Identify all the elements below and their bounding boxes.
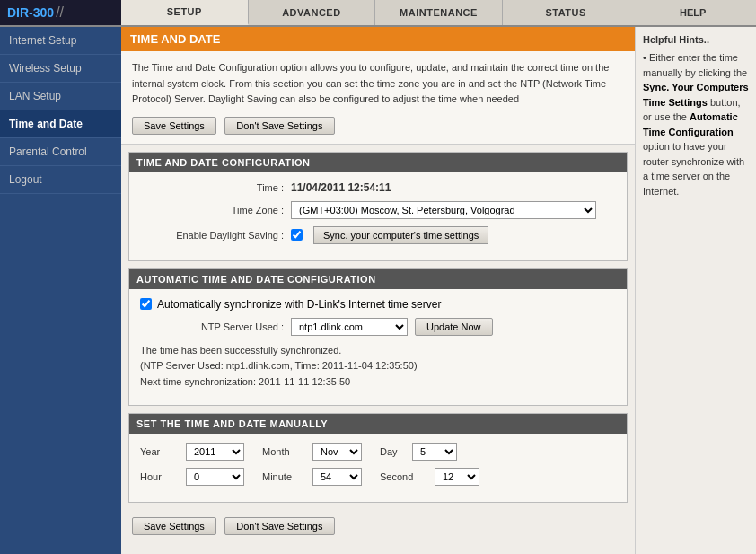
auto-sync-checkbox[interactable] xyxy=(140,298,152,310)
month-label: Month xyxy=(262,446,307,457)
second-label: Second xyxy=(380,471,429,482)
timezone-label: Time Zone : xyxy=(140,205,284,215)
main-content: TIME AND DATE The Time and Date Configur… xyxy=(121,27,635,554)
second-group: Second 12 xyxy=(380,468,479,486)
year-label: Year xyxy=(140,446,180,457)
sidebar-item-wireless-setup[interactable]: Wireless Setup xyxy=(0,55,121,83)
status-line2: (NTP Server Used: ntp1.dlink.com, Time: … xyxy=(140,358,616,374)
timezone-select[interactable]: (GMT+03:00) Moscow, St. Petersburg, Volg… xyxy=(291,201,596,219)
sidebar-item-parental-control[interactable]: Parental Control xyxy=(0,138,121,166)
sidebar: Internet Setup Wireless Setup LAN Setup … xyxy=(0,27,121,554)
hour-label: Hour xyxy=(140,471,180,482)
nav-tab-advanced[interactable]: ADVANCED xyxy=(249,0,376,25)
help-panel: Helpful Hints.. • Either enter the time … xyxy=(635,27,756,554)
manual-config-section: SET THE TIME AND DATE MANUALLY Year 2011… xyxy=(128,413,628,503)
sidebar-item-lan-setup[interactable]: LAN Setup xyxy=(0,83,121,110)
intro-section: The Time and Date Configuration option a… xyxy=(121,51,635,145)
logo-slash: // xyxy=(56,4,64,21)
ntp-server-select[interactable]: ntp1.dlink.com xyxy=(291,318,408,336)
update-now-button[interactable]: Update Now xyxy=(415,318,493,336)
sidebar-item-logout[interactable]: Logout xyxy=(0,166,121,194)
save-settings-button-top[interactable]: Save Settings xyxy=(132,117,216,135)
minute-label: Minute xyxy=(262,471,307,482)
hour-group: Hour 0 xyxy=(140,468,244,486)
nav-tab-help[interactable]: HELP xyxy=(629,0,756,25)
sync-computer-settings-button[interactable]: Sync. your computer's time settings xyxy=(313,226,488,244)
minute-select[interactable]: 54 xyxy=(312,468,362,486)
daylight-label: Enable Daylight Saving : xyxy=(140,230,284,241)
day-label: Day xyxy=(380,446,407,457)
second-select[interactable]: 12 xyxy=(435,468,479,486)
year-select[interactable]: 2011 xyxy=(186,443,244,461)
hour-select[interactable]: 0 xyxy=(186,468,244,486)
time-date-config-header: TIME AND DATE CONFIGURATION xyxy=(129,153,627,172)
auto-sync-label: Automatically synchronize with D-Link's … xyxy=(157,298,441,311)
status-line1: The time has been successfully synchroni… xyxy=(140,343,616,359)
ntp-server-label: NTP Server Used : xyxy=(140,321,284,332)
month-select[interactable]: Nov xyxy=(312,443,362,461)
daylight-row: Enable Daylight Saving : Sync. your comp… xyxy=(140,226,616,244)
year-group: Year 2011 xyxy=(140,443,244,461)
dont-save-settings-button-top[interactable]: Don't Save Settings xyxy=(224,117,334,135)
sync-status: The time has been successfully synchroni… xyxy=(140,343,616,391)
nav-tab-maintenance[interactable]: MAINTENANCE xyxy=(375,0,503,25)
time-value: 11/04/2011 12:54:11 xyxy=(291,181,391,194)
ntp-server-row: NTP Server Used : ntp1.dlink.com Update … xyxy=(140,318,616,336)
bottom-buttons: Save Settings Don't Save Settings xyxy=(121,510,635,542)
timezone-row: Time Zone : (GMT+03:00) Moscow, St. Pete… xyxy=(140,201,616,219)
intro-text: The Time and Date Configuration option a… xyxy=(132,60,624,108)
help-text: • Either enter the time manually by clic… xyxy=(643,50,749,198)
manual-config-header: SET THE TIME AND DATE MANUALLY xyxy=(129,414,627,434)
auto-config-header: AUTOMATIC TIME AND DATE CONFIGURATION xyxy=(129,269,627,289)
daylight-checkbox[interactable] xyxy=(291,229,303,241)
sidebar-item-time-date[interactable]: Time and Date xyxy=(0,110,121,138)
day-select[interactable]: 5 xyxy=(412,443,457,461)
sidebar-item-internet-setup[interactable]: Internet Setup xyxy=(0,27,121,55)
nav-tab-setup[interactable]: SETUP xyxy=(121,0,249,25)
time-row: Time : 11/04/2011 12:54:11 xyxy=(140,181,616,194)
auto-time-config-section: AUTOMATIC TIME AND DATE CONFIGURATION Au… xyxy=(128,268,628,406)
daylight-checkbox-area: Sync. your computer's time settings xyxy=(291,226,488,244)
page-title: TIME AND DATE xyxy=(121,27,635,51)
time-label: Time : xyxy=(140,182,284,193)
status-line3: Next time synchronization: 2011-11-11 12… xyxy=(140,374,616,391)
nav-tab-status[interactable]: STATUS xyxy=(503,0,630,25)
help-title: Helpful Hints.. xyxy=(643,34,749,45)
dont-save-settings-button-bottom[interactable]: Don't Save Settings xyxy=(224,517,334,535)
day-group: Day 5 xyxy=(380,443,457,461)
time-date-config-section: TIME AND DATE CONFIGURATION Time : 11/04… xyxy=(128,152,628,261)
auto-sync-row: Automatically synchronize with D-Link's … xyxy=(140,298,616,311)
save-settings-button-bottom[interactable]: Save Settings xyxy=(132,517,216,535)
logo-model: DIR-300 xyxy=(7,5,54,20)
minute-group: Minute 54 xyxy=(262,468,362,486)
month-group: Month Nov xyxy=(262,443,362,461)
